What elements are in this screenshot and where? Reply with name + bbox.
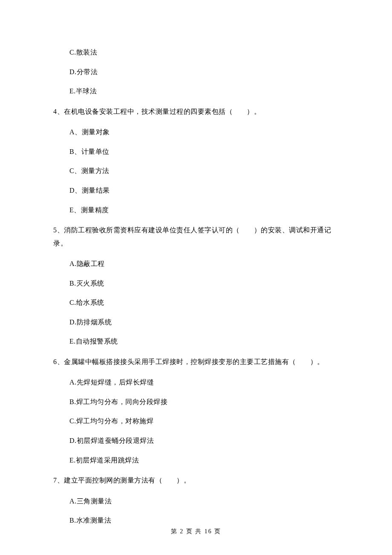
q6-option-b: B.焊工均匀分布，同向分段焊接: [69, 396, 339, 408]
option-e: E.半球法: [69, 86, 339, 97]
question-4: 4、在机电设备安装工程中，技术测量过程的四要素包括（ ）。: [53, 105, 339, 118]
question-5: 5、消防工程验收所需资料应有建设单位责任人签字认可的（ ）的安装、调试和开通记录…: [53, 224, 339, 250]
q4-option-a: A、测量对象: [69, 127, 339, 138]
document-content: C.散装法 D.分带法 E.半球法 4、在机电设备安装工程中，技术测量过程的四要…: [0, 0, 392, 526]
question-6: 6、金属罐中幅板搭接接头采用手工焊接时，控制焊接变形的主要工艺措施有（ ）。: [53, 356, 339, 368]
q7-option-a: A.三角测量法: [69, 496, 339, 507]
q4-option-b: B、计量单位: [69, 146, 339, 157]
q4-option-e: E、测量精度: [69, 205, 339, 216]
q5-option-b: B.灭火系统: [69, 278, 339, 289]
q5-option-a: A.隐蔽工程: [69, 258, 339, 269]
q6-option-a: A.先焊短焊缝，后焊长焊缝: [69, 377, 339, 388]
question-7: 7、建立平面控制网的测量方法有（ ）。: [53, 474, 339, 487]
option-c: C.散装法: [69, 47, 339, 58]
q4-option-d: D、测量结果: [69, 185, 339, 196]
page-footer: 第 2 页 共 16 页: [0, 527, 392, 536]
q6-option-c: C.焊工均匀分布，对称施焊: [69, 416, 339, 427]
q5-option-c: C.给水系统: [69, 297, 339, 308]
option-d: D.分带法: [69, 66, 339, 78]
q7-option-b: B.水准测量法: [69, 515, 339, 526]
q5-option-d: D.防排烟系统: [69, 317, 339, 328]
q6-option-e: E.初层焊道采用跳焊法: [69, 455, 339, 466]
q4-option-c: C、测量方法: [69, 165, 339, 176]
q5-option-e: E.自动报警系统: [69, 336, 339, 347]
q6-option-d: D.初层焊道蚕蛹分段退焊法: [69, 435, 339, 446]
